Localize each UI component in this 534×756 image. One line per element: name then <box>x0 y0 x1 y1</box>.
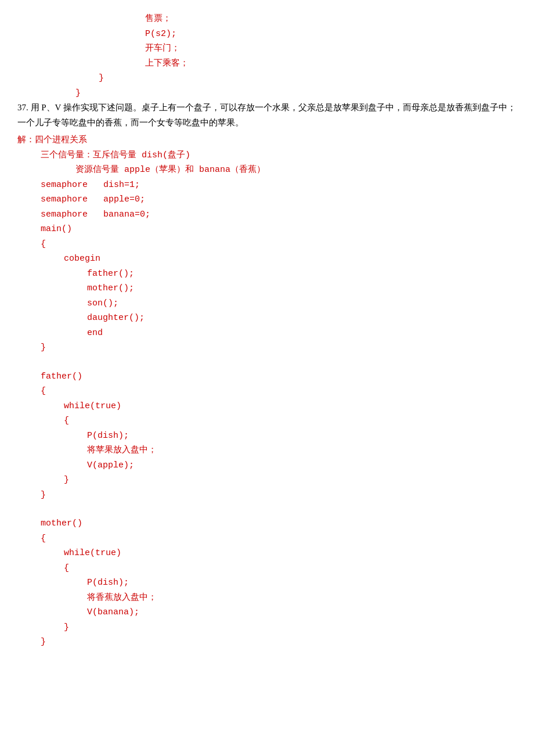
father-open: { <box>41 384 517 399</box>
son-call: son(); <box>87 296 517 311</box>
end-label: end <box>87 326 517 341</box>
while-open-2: { <box>64 561 517 576</box>
main-open: { <box>41 237 517 252</box>
code-line-5: } <box>17 71 517 86</box>
main-func: main() <box>41 222 517 237</box>
empty-line-1 <box>17 355 517 369</box>
father-close: } <box>41 488 517 503</box>
code-line-3: 开车门； <box>17 41 517 56</box>
semaphore3: semaphore banana=0; <box>41 207 517 222</box>
v-banana: V(banana); <box>87 605 517 620</box>
mother-open: { <box>41 531 517 546</box>
question-37: 37. 用 P、V 操作实现下述问题。桌子上有一个盘子，可以存放一个水果，父亲总… <box>17 100 517 130</box>
code-line-6: } <box>17 86 517 101</box>
while-close-2: } <box>64 620 517 635</box>
put-apple: 将苹果放入盘中； <box>87 443 517 458</box>
signals-detail: 资源信号量 apple（苹果）和 banana（香蕉） <box>75 163 517 178</box>
while-close-1: } <box>64 473 517 488</box>
v-apple: V(apple); <box>87 458 517 473</box>
p-dish-2: P(dish); <box>87 575 517 591</box>
code-line-4: 上下乘客； <box>17 56 517 71</box>
mother-close: } <box>41 635 517 650</box>
father-call: father(); <box>87 267 517 282</box>
semaphore2: semaphore apple=0; <box>41 192 517 207</box>
father-func: father() <box>41 369 517 384</box>
question-text: 用 P、V 操作实现下述问题。桌子上有一个盘子，可以存放一个水果，父亲总是放苹果… <box>17 103 516 127</box>
daughter-call: daughter(); <box>87 311 517 326</box>
while-true-1: while(true) <box>64 399 517 414</box>
p-dish-1: P(dish); <box>87 429 517 444</box>
cobegin: cobegin <box>64 251 517 267</box>
mother-func: mother() <box>41 516 517 531</box>
semaphore1: semaphore dish=1; <box>41 178 517 193</box>
main-content: 售票； P(s2); 开车门； 上下乘客； } } 37. 用 P、V 操作实现… <box>17 12 517 650</box>
put-banana: 将香蕉放入盘中； <box>87 591 517 606</box>
answer-label: 解：四个进程关系 <box>17 135 87 144</box>
while-true-2: while(true) <box>64 546 517 561</box>
top-code-block: 售票； P(s2); 开车门； 上下乘客； } } <box>17 12 517 100</box>
code-line-1: 售票； <box>17 12 517 27</box>
main-close: } <box>41 340 517 355</box>
answer-block: 解：四个进程关系 三个信号量：互斥信号量 dish(盘子) 资源信号量 appl… <box>17 132 517 650</box>
signals-label: 三个信号量：互斥信号量 dish(盘子) <box>41 148 517 163</box>
empty-line-2 <box>17 502 517 516</box>
question-number: 37. <box>17 103 28 112</box>
code-line-2: P(s2); <box>17 27 517 42</box>
mother-call: mother(); <box>87 281 517 296</box>
while-open-1: { <box>64 413 517 429</box>
